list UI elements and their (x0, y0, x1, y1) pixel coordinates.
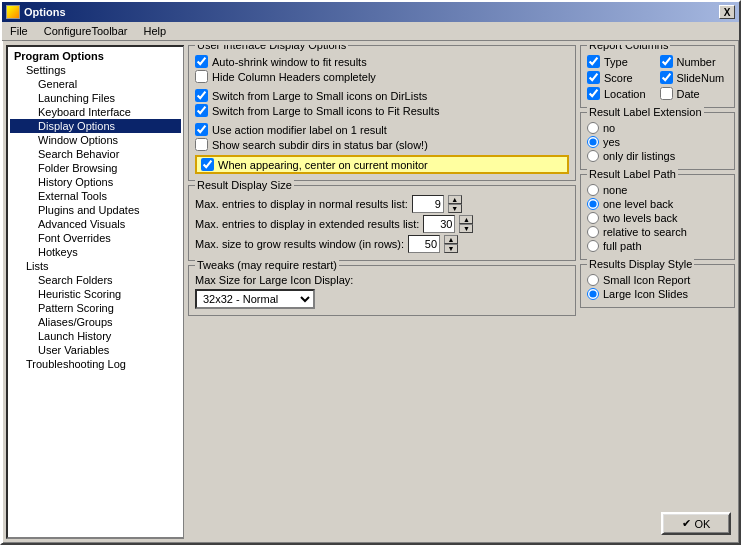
spin-row-2: Max. size to grow results window (in row… (195, 234, 569, 254)
tree-item-troubleshooting-log[interactable]: Troubleshooting Log (10, 357, 181, 371)
center-col: User Interface Display Options Auto-shri… (188, 45, 576, 506)
rlp-two-radio[interactable] (587, 212, 599, 224)
tree-item-launching-files[interactable]: Launching Files (10, 91, 181, 105)
rle-yes-radio[interactable] (587, 136, 599, 148)
tree-item-general[interactable]: General (10, 77, 181, 91)
tree-item-search-folders[interactable]: Search Folders (10, 273, 181, 287)
rc-type-checkbox[interactable] (587, 55, 600, 68)
rlp-none-row: none (587, 183, 728, 197)
rc-location-checkbox[interactable] (587, 87, 600, 100)
rc-slidenum-checkbox[interactable] (660, 71, 673, 84)
opt1-checkbox[interactable] (195, 55, 208, 68)
tree-item-advanced-visuals[interactable]: Advanced Visuals (10, 217, 181, 231)
opt1-row: Auto-shrink window to fit results (195, 54, 569, 69)
rc-type-label: Type (604, 56, 628, 68)
opt2-row: Hide Column Headers completely (195, 69, 569, 84)
tree-item-font-overrides[interactable]: Font Overrides (10, 231, 181, 245)
spin-up-1[interactable]: ▲ (459, 215, 473, 224)
spin-down-0[interactable]: ▼ (448, 204, 462, 213)
close-button[interactable]: X (719, 5, 735, 19)
tree-item-user-variables[interactable]: User Variables (10, 343, 181, 357)
opt3-checkbox[interactable] (195, 89, 208, 102)
tweaks-dropdown[interactable]: 16x16 - Small 32x32 - Normal 48x48 - Lar… (195, 289, 315, 309)
rle-no-radio[interactable] (587, 122, 599, 134)
report-columns-group: Report Columns Type Number (580, 45, 735, 108)
rlp-full-label: full path (603, 240, 642, 252)
tree-item-launch-history[interactable]: Launch History (10, 329, 181, 343)
result-display-group: Result Display Size Max. entries to disp… (188, 185, 576, 261)
ok-button[interactable]: ✔ OK (661, 512, 731, 535)
tree-item-aliases-groups[interactable]: Aliases/Groups (10, 315, 181, 329)
opt4-row: Switch from Large to Small icons to Fit … (195, 103, 569, 118)
rlp-relative-radio[interactable] (587, 226, 599, 238)
ui-display-content: Auto-shrink window to fit results Hide C… (195, 54, 569, 174)
tree-item-keyboard-interface[interactable]: Keyboard Interface (10, 105, 181, 119)
rle-only-dir-label: only dir listings (603, 150, 675, 162)
rc-date-label: Date (677, 88, 700, 100)
ok-icon: ✔ (682, 517, 691, 530)
spin-btns-2: ▲ ▼ (444, 235, 458, 253)
rc-score-checkbox[interactable] (587, 71, 600, 84)
rds-large-radio[interactable] (587, 288, 599, 300)
tree-item-lists[interactable]: Lists (10, 259, 181, 273)
opt5-label: Use action modifier label on 1 result (212, 124, 387, 136)
spin-down-1[interactable]: ▼ (459, 224, 473, 233)
menu-configure-toolbar[interactable]: ConfigureToolbar (40, 24, 132, 38)
rle-yes-row: yes (587, 135, 728, 149)
rds-small-radio[interactable] (587, 274, 599, 286)
rle-no-label: no (603, 122, 615, 134)
spin-input-1[interactable] (423, 215, 455, 233)
report-columns-title: Report Columns (587, 45, 670, 51)
tree-item-program-options[interactable]: Program Options (10, 49, 181, 63)
spin-down-2[interactable]: ▼ (444, 244, 458, 253)
menu-help[interactable]: Help (140, 24, 171, 38)
opt7-checkbox[interactable] (201, 158, 214, 171)
opt2-checkbox[interactable] (195, 70, 208, 83)
opt4-checkbox[interactable] (195, 104, 208, 117)
tree-item-history-options[interactable]: History Options (10, 175, 181, 189)
tree-item-heuristic-scoring[interactable]: Heuristic Scoring (10, 287, 181, 301)
spin-input-2[interactable] (408, 235, 440, 253)
result-display-content: Max. entries to display in normal result… (195, 194, 569, 254)
tree-item-search-behavior[interactable]: Search Behavior (10, 147, 181, 161)
rc-score-row: Score (587, 70, 656, 85)
rle-only-dir-radio[interactable] (587, 150, 599, 162)
tree-item-display-options[interactable]: Display Options (10, 119, 181, 133)
rlp-one-label: one level back (603, 198, 673, 210)
tree-item-folder-browsing[interactable]: Folder Browsing (10, 161, 181, 175)
rc-date-checkbox[interactable] (660, 87, 673, 100)
rlp-one-radio[interactable] (587, 198, 599, 210)
opt6-checkbox[interactable] (195, 138, 208, 151)
rlp-relative-row: relative to search (587, 225, 728, 239)
rc-date-row: Date (660, 86, 729, 101)
rds-small-label: Small Icon Report (603, 274, 690, 286)
tweaks-content: Max Size for Large Icon Display: 16x16 -… (195, 274, 569, 309)
tweaks-dropdown-label: Max Size for Large Icon Display: (195, 274, 569, 286)
rc-number-checkbox[interactable] (660, 55, 673, 68)
spin-up-2[interactable]: ▲ (444, 235, 458, 244)
rds-small-row: Small Icon Report (587, 273, 728, 287)
rc-type-row: Type (587, 54, 656, 69)
tree-item-pattern-scoring[interactable]: Pattern Scoring (10, 301, 181, 315)
rc-number-label: Number (677, 56, 716, 68)
rlp-one-row: one level back (587, 197, 728, 211)
ok-label: OK (695, 518, 711, 530)
spin-input-0[interactable] (412, 195, 444, 213)
rlp-none-radio[interactable] (587, 184, 599, 196)
tree-item-plugins-and-updates[interactable]: Plugins and Updates (10, 203, 181, 217)
rlp-full-radio[interactable] (587, 240, 599, 252)
menu-file[interactable]: File (6, 24, 32, 38)
opt6-row: Show search subdir dirs in status bar (s… (195, 137, 569, 152)
title-bar: Options X (2, 2, 739, 22)
spin-up-0[interactable]: ▲ (448, 195, 462, 204)
tree-item-window-options[interactable]: Window Options (10, 133, 181, 147)
tree-item-external-tools[interactable]: External Tools (10, 189, 181, 203)
opt5-row: Use action modifier label on 1 result (195, 122, 569, 137)
spin-label-1: Max. entries to display in extended resu… (195, 218, 419, 230)
tree-item-settings[interactable]: Settings (10, 63, 181, 77)
opt5-checkbox[interactable] (195, 123, 208, 136)
tree-item-hotkeys[interactable]: Hotkeys (10, 245, 181, 259)
spin-row-0: Max. entries to display in normal result… (195, 194, 569, 214)
right-panel: User Interface Display Options Auto-shri… (184, 41, 739, 543)
rle-yes-label: yes (603, 136, 620, 148)
